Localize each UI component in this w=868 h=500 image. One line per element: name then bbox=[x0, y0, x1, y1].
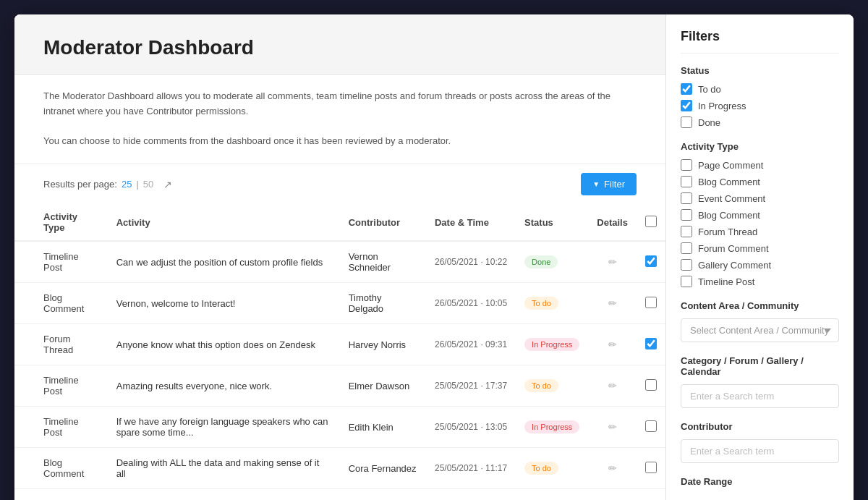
per-page-50[interactable]: 50 bbox=[143, 179, 153, 190]
content-area-section-label: Content Area / Community bbox=[681, 300, 839, 311]
description-line-1: The Moderator Dashboard allows you to mo… bbox=[43, 89, 637, 119]
row-checkbox[interactable] bbox=[645, 338, 657, 349]
row-checkbox[interactable] bbox=[645, 420, 657, 432]
col-datetime: Date & Time bbox=[426, 204, 516, 241]
date-range-section-label: Date Range bbox=[681, 476, 839, 487]
activity-type-checkbox-item[interactable]: Page Comment bbox=[681, 159, 839, 171]
cell-status: Done bbox=[516, 489, 588, 500]
cell-activity: Dealing with ALL the data and making sen… bbox=[108, 448, 340, 489]
col-activity-type: Activity Type bbox=[14, 204, 108, 241]
edit-icon[interactable]: ✏ bbox=[608, 462, 617, 474]
category-search-input[interactable] bbox=[681, 384, 839, 408]
table-row: Blog Comment Dealing with ALL the data a… bbox=[14, 448, 665, 489]
cell-checkbox[interactable] bbox=[637, 283, 665, 324]
page-title: Moderator Dashboard bbox=[43, 36, 637, 59]
cell-status: To do bbox=[516, 283, 588, 324]
col-select-all[interactable] bbox=[637, 204, 665, 241]
edit-icon[interactable]: ✏ bbox=[608, 380, 617, 391]
edit-icon[interactable]: ✏ bbox=[608, 421, 617, 433]
cell-checkbox[interactable] bbox=[637, 324, 665, 365]
activity-type-checkbox-item[interactable]: Blog Comment bbox=[681, 209, 839, 221]
activity-type-checkbox[interactable] bbox=[681, 242, 692, 254]
row-checkbox[interactable] bbox=[645, 297, 657, 308]
edit-icon[interactable]: ✏ bbox=[608, 297, 617, 309]
activity-type-checkbox-label: Event Comment bbox=[698, 193, 765, 204]
activity-type-checkbox-label: Blog Comment bbox=[698, 177, 760, 187]
cell-contributor: Cora Fernandez bbox=[340, 448, 426, 489]
cell-checkbox[interactable] bbox=[637, 448, 665, 489]
cell-checkbox[interactable] bbox=[637, 365, 665, 407]
content-area-select[interactable]: Select Content Area / Community bbox=[681, 318, 839, 342]
edit-icon[interactable]: ✏ bbox=[608, 339, 617, 350]
cell-status: Done bbox=[516, 241, 588, 283]
status-checkbox-item[interactable]: Done bbox=[681, 116, 839, 128]
status-checkbox-item[interactable]: In Progress bbox=[681, 100, 839, 111]
export-icon[interactable]: ↗ bbox=[163, 179, 172, 190]
cell-activity-type: Timeline Post bbox=[14, 365, 108, 407]
filter-button[interactable]: Filter bbox=[581, 173, 637, 195]
cell-activity-type: Timeline Post bbox=[14, 241, 108, 283]
contributor-search-input[interactable] bbox=[681, 439, 839, 463]
activity-type-checkbox-item[interactable]: Timeline Post bbox=[681, 276, 839, 287]
cell-datetime: 26/05/2021 · 09:31 bbox=[426, 324, 516, 365]
status-section-label: Status bbox=[681, 65, 839, 76]
table-toolbar: Results per page: 25 | 50 ↗ Filter bbox=[14, 164, 665, 204]
status-checkbox-item[interactable]: To do bbox=[681, 83, 839, 95]
page-description: The Moderator Dashboard allows you to mo… bbox=[14, 75, 665, 164]
cell-contributor: Harvey Norris bbox=[340, 324, 426, 365]
activity-type-checkbox-item[interactable]: Forum Comment bbox=[681, 242, 839, 254]
col-activity: Activity bbox=[108, 204, 340, 241]
filters-panel: Filters Status To doIn ProgressDone Acti… bbox=[665, 14, 854, 500]
status-checkbox[interactable] bbox=[681, 116, 692, 128]
category-filter-section: Category / Forum / Gallery / Calendar bbox=[681, 355, 839, 408]
activity-type-checkbox-item[interactable]: Blog Comment bbox=[681, 176, 839, 187]
cell-edit[interactable]: ✏ bbox=[588, 365, 637, 407]
activity-type-checkbox-item[interactable]: Event Comment bbox=[681, 192, 839, 204]
cell-activity-type: Blog Comment bbox=[14, 283, 108, 324]
status-checkbox[interactable] bbox=[681, 83, 692, 95]
activity-type-checkbox[interactable] bbox=[681, 226, 692, 237]
table-row: Timeline Post Amazing results everyone, … bbox=[14, 365, 665, 407]
status-checkbox-label: Done bbox=[698, 117, 720, 128]
cell-contributor: Francisco Romero bbox=[340, 489, 426, 500]
cell-datetime: 25/05/2021 · 09:00 bbox=[426, 489, 516, 500]
cell-status: To do bbox=[516, 448, 588, 489]
table-row: Timeline Post Thanks for the super quick… bbox=[14, 489, 665, 500]
activity-type-checkbox[interactable] bbox=[681, 176, 692, 187]
cell-activity-type: Timeline Post bbox=[14, 489, 108, 500]
cell-edit[interactable]: ✏ bbox=[588, 241, 637, 283]
row-checkbox[interactable] bbox=[645, 462, 657, 473]
cell-datetime: 26/05/2021 · 10:22 bbox=[426, 241, 516, 283]
cell-edit[interactable]: ✏ bbox=[588, 448, 637, 489]
status-checkbox[interactable] bbox=[681, 100, 692, 111]
cell-edit[interactable]: ✏ bbox=[588, 489, 637, 500]
per-page-25[interactable]: 25 bbox=[122, 179, 132, 190]
activity-type-checkbox[interactable] bbox=[681, 192, 692, 204]
activity-type-checkbox-item[interactable]: Gallery Comment bbox=[681, 259, 839, 271]
cell-checkbox[interactable] bbox=[637, 407, 665, 448]
cell-edit[interactable]: ✏ bbox=[588, 283, 637, 324]
contributor-section-label: Contributor bbox=[681, 421, 839, 432]
cell-checkbox[interactable] bbox=[637, 489, 665, 500]
cell-activity: Vernon, welcome to Interact! bbox=[108, 283, 340, 324]
content-area-filter-section: Content Area / Community Select Content … bbox=[681, 300, 839, 342]
row-checkbox[interactable] bbox=[645, 255, 657, 267]
cell-datetime: 26/05/2021 · 10:05 bbox=[426, 283, 516, 324]
cell-edit[interactable]: ✏ bbox=[588, 324, 637, 365]
cell-activity: Thanks for the super quick turnaround on… bbox=[108, 489, 340, 500]
cell-datetime: 25/05/2021 · 17:37 bbox=[426, 365, 516, 407]
cell-checkbox[interactable] bbox=[637, 241, 665, 283]
edit-icon[interactable]: ✏ bbox=[608, 256, 617, 268]
activity-type-checkbox-label: Timeline Post bbox=[698, 276, 754, 287]
cell-edit[interactable]: ✏ bbox=[588, 407, 637, 448]
activity-type-checkbox[interactable] bbox=[681, 276, 692, 287]
activity-type-checkbox[interactable] bbox=[681, 159, 692, 171]
row-checkbox[interactable] bbox=[645, 379, 657, 391]
activity-type-checkbox[interactable] bbox=[681, 259, 692, 271]
activity-type-section-label: Activity Type bbox=[681, 141, 839, 152]
date-range-filter-section: Date Range bbox=[681, 476, 839, 487]
cell-activity-type: Timeline Post bbox=[14, 407, 108, 448]
activity-type-checkbox[interactable] bbox=[681, 209, 692, 221]
activity-type-filter-section: Activity Type Page CommentBlog CommentEv… bbox=[681, 141, 839, 287]
activity-type-checkbox-item[interactable]: Forum Thread bbox=[681, 226, 839, 237]
